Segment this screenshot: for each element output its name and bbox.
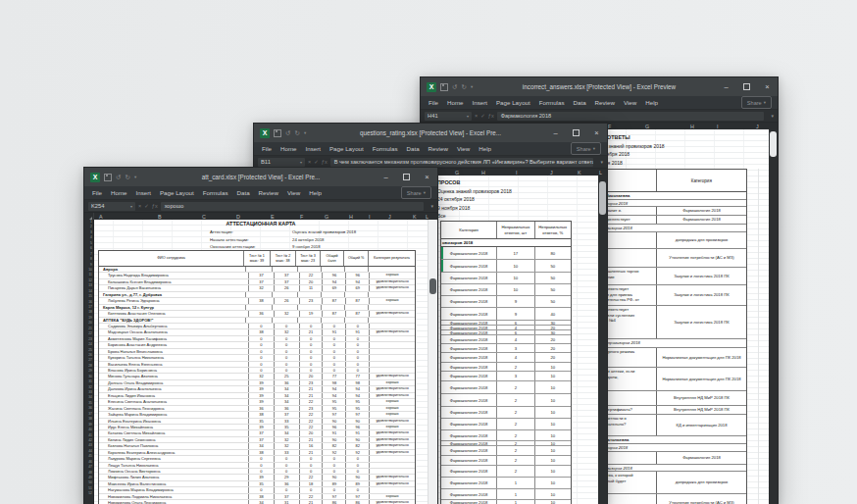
name-box[interactable]: B11▾: [258, 158, 305, 167]
cell: 10: [535, 500, 571, 504]
redo-icon[interactable]: ↻: [125, 173, 129, 182]
undo-icon[interactable]: ↺: [285, 128, 290, 138]
title-bar[interactable]: X ↺ ↻ ▾ questions_rating.xlsx [Protected…: [254, 124, 607, 142]
menu-item-data[interactable]: Data: [574, 99, 586, 106]
minimize-button[interactable]: –: [545, 124, 566, 142]
row-headers[interactable]: 1234567891011121314151617181920212223242…: [84, 220, 94, 504]
cell: 50: [535, 260, 571, 272]
minimize-button[interactable]: –: [716, 77, 736, 96]
menu-item-formulas[interactable]: Formulas: [203, 189, 228, 196]
att-column-header: Общий балл: [321, 251, 345, 266]
menu-item-view[interactable]: View: [287, 189, 300, 196]
menu-item-help[interactable]: Help: [479, 145, 491, 152]
menu-item-data[interactable]: Data: [407, 145, 420, 152]
close-button[interactable]: ×: [586, 124, 607, 142]
name-box[interactable]: H41▾: [425, 112, 472, 121]
menu-items: FileHomeInsertPage LayoutFormulasDataRev…: [254, 145, 491, 152]
menu-item-page-layout[interactable]: Page Layout: [329, 145, 364, 152]
menu-item-home[interactable]: Home: [280, 145, 297, 152]
scrollbar-thumb[interactable]: [770, 131, 777, 157]
fx-icon[interactable]: ƒx: [322, 159, 328, 165]
cancel-icon[interactable]: ×: [138, 203, 141, 209]
cell: 91: [323, 329, 346, 334]
cell: 32: [275, 329, 300, 334]
qat-caret-icon[interactable]: ▾: [471, 82, 473, 92]
cell: 37: [275, 494, 300, 499]
cancel-icon[interactable]: ×: [475, 113, 478, 119]
scrollbar-thumb[interactable]: [599, 181, 606, 215]
menu-item-page-layout[interactable]: Page Layout: [496, 99, 530, 106]
undo-icon[interactable]: ↺: [116, 173, 121, 182]
maximize-button[interactable]: [566, 124, 586, 142]
menu-item-help[interactable]: Help: [309, 189, 322, 196]
window-att-card[interactable]: X ↺ ↻ ▾ att_card.xlsx [Protected View] -…: [83, 167, 438, 504]
title-bar[interactable]: X ↺ ↻ ▾ att_card.xlsx [Protected View] -…: [84, 168, 437, 186]
fx-icon[interactable]: ƒx: [152, 203, 158, 209]
answer-row: Внутренняя НД МиР 2018 ПК: [602, 391, 746, 406]
cell: Фармакология 2018: [441, 419, 497, 429]
menu-item-home[interactable]: Home: [447, 99, 464, 106]
sheet-grid[interactable]: 1234567891011121314151617181920212223242…: [84, 220, 437, 504]
formula-input[interactable]: хорошо: [161, 202, 425, 211]
qat-caret-icon[interactable]: ▾: [304, 128, 306, 138]
menu-item-insert[interactable]: Insert: [473, 99, 487, 106]
row-header-52[interactable]: 52: [84, 491, 93, 496]
undo-icon[interactable]: ↺: [452, 82, 457, 92]
cell: Елесина Светлана Анатольевна: [99, 399, 249, 404]
enter-icon[interactable]: ✓: [314, 159, 319, 165]
menu-item-file[interactable]: File: [92, 189, 102, 196]
cell: 17: [497, 247, 534, 259]
menu-item-view[interactable]: View: [624, 99, 636, 106]
cell: Нагуманова Марина Владимировна: [99, 487, 249, 492]
redo-icon[interactable]: ↻: [294, 128, 299, 138]
rating-row: Фармакология 2018210: [441, 407, 571, 419]
menu-item-file[interactable]: File: [428, 99, 438, 106]
name-box[interactable]: K254▾: [88, 202, 135, 211]
maximize-button[interactable]: [396, 168, 417, 186]
fx-icon[interactable]: ƒx: [488, 113, 494, 119]
redo-icon[interactable]: ↻: [461, 82, 466, 92]
cell: Гагарина ул., д.77, г. Дубровка: [99, 292, 246, 297]
share-button[interactable]: Share▾: [741, 96, 772, 109]
enter-icon[interactable]: ✓: [144, 203, 149, 209]
share-button[interactable]: Share▾: [571, 142, 601, 155]
menu-item-page-layout[interactable]: Page Layout: [160, 189, 194, 196]
cell: 22: [300, 475, 324, 479]
menu-item-review[interactable]: Review: [595, 99, 615, 106]
menu-item-review[interactable]: Review: [259, 189, 278, 196]
rating-row: Фармакология 2018950: [441, 296, 571, 308]
formula-expand-icon[interactable]: ▾: [767, 113, 778, 119]
close-button[interactable]: ×: [757, 77, 778, 96]
vertical-scrollbar[interactable]: [598, 176, 607, 504]
maximize-button[interactable]: [736, 77, 757, 96]
menu-item-formulas[interactable]: Formulas: [539, 99, 565, 106]
menu-item-file[interactable]: File: [262, 145, 272, 152]
category-column-header: Категория: [441, 222, 497, 238]
save-icon[interactable]: [440, 83, 448, 91]
cell: 10: [535, 372, 571, 380]
menu-item-view[interactable]: View: [457, 145, 470, 152]
formula-input[interactable]: В чем заключается механизм противовирусн…: [330, 158, 594, 167]
formula-expand-icon[interactable]: ▾: [427, 203, 437, 209]
save-icon[interactable]: [104, 174, 112, 181]
menu-item-formulas[interactable]: Formulas: [373, 145, 398, 152]
menu-item-review[interactable]: Review: [428, 145, 448, 152]
menu-item-data[interactable]: Data: [237, 189, 250, 196]
vertical-scrollbar[interactable]: [428, 220, 437, 504]
save-icon[interactable]: [274, 129, 281, 137]
close-button[interactable]: ×: [417, 168, 437, 186]
formula-input[interactable]: Фармакология 2018: [497, 112, 765, 121]
minimize-button[interactable]: –: [376, 168, 396, 186]
menu-item-insert[interactable]: Insert: [136, 189, 151, 196]
qat-caret-icon[interactable]: ▾: [134, 173, 136, 182]
vertical-scrollbar[interactable]: [769, 129, 778, 504]
scrollbar-thumb[interactable]: [429, 278, 436, 294]
share-button[interactable]: Share▾: [401, 186, 431, 199]
menu-item-home[interactable]: Home: [111, 189, 127, 196]
menu-item-insert[interactable]: Insert: [306, 145, 321, 152]
cancel-icon[interactable]: ×: [308, 159, 311, 165]
menu-item-help[interactable]: Help: [645, 99, 658, 106]
enter-icon[interactable]: ✓: [480, 113, 485, 119]
formula-expand-icon[interactable]: ▾: [596, 159, 607, 165]
title-bar[interactable]: X ↺ ↻ ▾ incorrect_answers.xlsx [Protecte…: [421, 77, 778, 96]
